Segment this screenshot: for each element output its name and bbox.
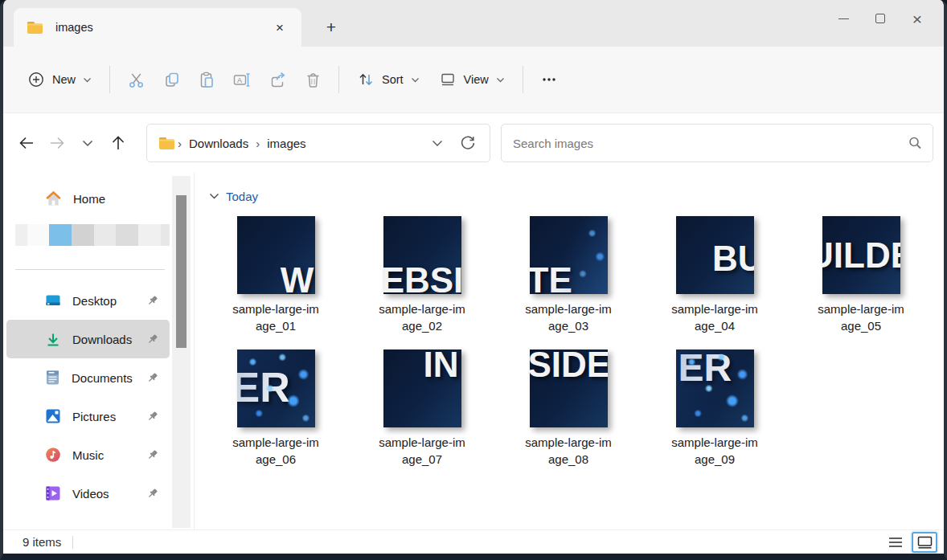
file-tile[interactable]: IN sample-large-image_07 [349, 349, 495, 468]
status-bar: 9 items [3, 529, 944, 554]
file-name: sample-large-image_06 [211, 434, 340, 468]
thumbnail-text: UILDE [822, 238, 900, 273]
search-icon[interactable] [907, 135, 923, 151]
sidebar-item-label: Pictures [72, 410, 147, 423]
videos-icon [45, 485, 61, 501]
file-thumbnail: SIDE [530, 349, 608, 427]
sidebar-item-label: Downloads [72, 333, 147, 346]
pin-icon [147, 333, 158, 345]
delete-button[interactable] [295, 63, 330, 96]
new-button-label: New [52, 73, 76, 86]
thumbnail-view-icon [917, 536, 933, 549]
new-button[interactable]: New [18, 63, 101, 96]
sidebar-item-downloads[interactable]: Downloads [6, 320, 170, 358]
home-icon [45, 190, 62, 206]
sidebar-item-pictures[interactable]: Pictures [6, 397, 170, 435]
sidebar-item-videos[interactable]: Videos [6, 474, 170, 513]
thumbnail-text: SIDE [530, 349, 608, 382]
search-input[interactable] [513, 137, 907, 150]
file-explorer-window: images × + × New [0, 0, 947, 560]
file-thumbnail: IN [383, 349, 461, 427]
share-icon [269, 71, 287, 89]
cut-icon [127, 71, 146, 89]
file-thumbnail: WI [237, 216, 315, 294]
file-thumbnail: ER [676, 349, 754, 427]
breadcrumb-downloads[interactable]: Downloads [184, 133, 253, 153]
file-name: sample-large-image_03 [504, 300, 633, 334]
file-tile[interactable]: ER sample-large-image_09 [642, 349, 788, 468]
status-divider [72, 536, 73, 549]
folder-icon [158, 137, 175, 150]
view-icon [439, 71, 457, 88]
file-name: sample-large-image_07 [358, 434, 486, 468]
address-bar[interactable]: › Downloads › images [146, 124, 490, 162]
sidebar-item-home[interactable]: Home [6, 179, 170, 218]
navigation-pane: Home Desktop [3, 173, 194, 529]
more-options-button[interactable] [531, 63, 567, 96]
file-tile[interactable]: SIDE sample-large-image_08 [495, 349, 642, 468]
forward-button[interactable] [42, 129, 72, 157]
details-view-button[interactable] [883, 532, 908, 553]
view-button-label: View [464, 73, 489, 86]
sidebar-item-label: Documents [72, 371, 147, 385]
close-button[interactable]: × [899, 2, 936, 35]
desktop-icon [45, 293, 61, 308]
back-button[interactable] [11, 129, 42, 157]
thumbnail-view-button[interactable] [912, 532, 937, 553]
file-thumbnail: BU [676, 216, 754, 294]
sidebar-item-music[interactable]: Music [6, 435, 170, 474]
file-tile[interactable]: UILDE sample-large-image_05 [788, 216, 934, 334]
music-icon [45, 447, 61, 463]
file-tile[interactable]: BU sample-large-image_04 [642, 216, 788, 334]
arrow-up-icon [109, 133, 128, 153]
tab-bar: images × + × [3, 0, 944, 47]
file-tile[interactable]: TE sample-large-image_03 [495, 216, 642, 334]
sidebar-scrollbar[interactable] [172, 176, 191, 528]
cut-button[interactable] [118, 63, 154, 96]
loading-placeholder [15, 224, 170, 246]
breadcrumb-separator: › [175, 137, 184, 150]
item-count: 9 items [23, 535, 61, 549]
up-button[interactable] [103, 129, 133, 157]
paste-button[interactable] [189, 63, 224, 96]
tab-close-button[interactable]: × [269, 17, 290, 38]
thumbnail-text: WI [281, 263, 315, 294]
view-button[interactable]: View [429, 63, 514, 96]
toolbar-divider [523, 66, 523, 93]
arrow-right-icon [47, 133, 67, 153]
file-tile[interactable]: WI sample-large-image_01 [203, 216, 349, 334]
toolbar-divider [338, 66, 339, 93]
file-name: sample-large-image_01 [211, 300, 340, 334]
copy-icon [162, 71, 181, 89]
share-button[interactable] [260, 63, 295, 96]
rename-button[interactable]: A [224, 63, 260, 96]
file-thumbnail: EBSI [383, 216, 461, 294]
plus-circle-icon [27, 71, 45, 88]
file-tile[interactable]: ER sample-large-image_06 [203, 349, 349, 468]
sort-icon [357, 71, 375, 88]
maximize-icon [875, 14, 885, 23]
new-tab-button[interactable]: + [318, 14, 345, 41]
thumbnail-text: ER [237, 366, 290, 408]
downloads-icon [45, 332, 61, 347]
address-dropdown-button[interactable] [422, 129, 453, 157]
copy-button[interactable] [154, 63, 189, 96]
pin-icon [147, 295, 158, 306]
sort-button[interactable]: Sort [347, 63, 429, 96]
sidebar-item-documents[interactable]: Documents [6, 358, 170, 397]
breadcrumb-images[interactable]: images [262, 133, 310, 153]
chevron-down-icon [496, 77, 505, 83]
recent-locations-button[interactable] [72, 129, 103, 157]
minimize-button[interactable] [825, 2, 862, 35]
group-header-today[interactable]: Today [209, 187, 297, 205]
arrow-left-icon [17, 133, 36, 153]
tab-images[interactable]: images × [14, 8, 301, 47]
file-tile[interactable]: EBSI sample-large-image_02 [349, 216, 495, 334]
file-list-area: Today WI sample-large-image_01 EBSI [194, 173, 944, 529]
sort-button-label: Sort [382, 73, 404, 86]
maximize-button[interactable] [862, 2, 899, 35]
refresh-button[interactable] [453, 129, 483, 157]
scrollbar-thumb[interactable] [176, 195, 187, 348]
chevron-down-icon [411, 77, 420, 83]
sidebar-item-desktop[interactable]: Desktop [6, 281, 170, 320]
